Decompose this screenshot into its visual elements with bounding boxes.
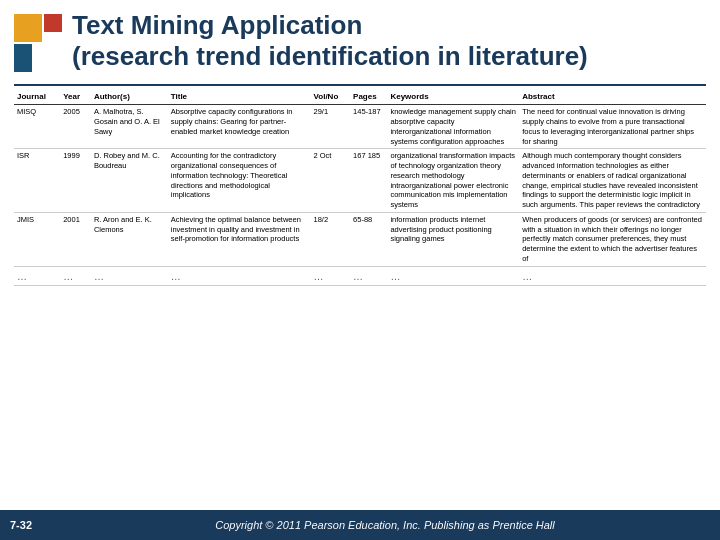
cell-authors: D. Robey and M. C. Boudreau (91, 149, 168, 213)
cell-title: Absorptive capacity configurations in su… (168, 105, 311, 149)
footer-copyright: Copyright © 2011 Pearson Education, Inc.… (50, 519, 720, 531)
col-header-pages: Pages (350, 90, 387, 105)
ellipsis-cell: … (14, 266, 60, 285)
cell-title: Accounting for the contradictory organiz… (168, 149, 311, 213)
sq-red (44, 14, 62, 32)
sq-blue (14, 44, 32, 72)
footer: 7-32 Copyright © 2011 Pearson Education,… (0, 510, 720, 540)
cell-journal: JMIS (14, 212, 60, 266)
cell-volno: 18/2 (311, 212, 351, 266)
sq-orange (14, 14, 42, 42)
col-header-journal: Journal (14, 90, 60, 105)
title-line1: Text Mining Application (72, 10, 362, 40)
cell-volno: 2 Oct (311, 149, 351, 213)
cell-authors: R. Aron and E. K. Clemons (91, 212, 168, 266)
ellipsis-row: …………………… (14, 266, 706, 285)
col-header-abstract: Abstract (519, 90, 706, 105)
cell-journal: ISR (14, 149, 60, 213)
cell-authors: A. Malhotra, S. Gosain and O. A. El Sawy (91, 105, 168, 149)
accent-squares (14, 14, 66, 66)
ellipsis-cell: … (350, 266, 387, 285)
cell-year: 2001 (60, 212, 91, 266)
cell-keywords: knowledge management supply chain absorp… (387, 105, 519, 149)
table-row: MISQ2005A. Malhotra, S. Gosain and O. A.… (14, 105, 706, 149)
cell-pages: 145-187 (350, 105, 387, 149)
title-line2: (research trend identification in litera… (72, 41, 588, 71)
col-header-vol: Vol/No (311, 90, 351, 105)
col-header-title: Title (168, 90, 311, 105)
footer-page: 7-32 (0, 519, 50, 531)
header-divider (14, 84, 706, 86)
cell-journal: MISQ (14, 105, 60, 149)
cell-pages: 167 185 (350, 149, 387, 213)
cell-volno: 29/1 (311, 105, 351, 149)
ellipsis-cell: … (311, 266, 351, 285)
ellipsis-cell: … (60, 266, 91, 285)
cell-year: 2005 (60, 105, 91, 149)
table-row: ISR1999D. Robey and M. C. BoudreauAccoun… (14, 149, 706, 213)
col-header-keywords: Keywords (387, 90, 519, 105)
cell-title: Achieving the optimal balance between in… (168, 212, 311, 266)
cell-pages: 65-88 (350, 212, 387, 266)
ellipsis-cell: … (91, 266, 168, 285)
cell-abstract: The need for continual value innovation … (519, 105, 706, 149)
col-header-authors: Author(s) (91, 90, 168, 105)
cell-keywords: information products internet advertisin… (387, 212, 519, 266)
col-header-year: Year (60, 90, 91, 105)
table-container: Journal Year Author(s) Title Vol/No Page… (14, 90, 706, 506)
page-title: Text Mining Application (research trend … (72, 10, 710, 72)
cell-keywords: organizational transformation impacts of… (387, 149, 519, 213)
ellipsis-cell: … (168, 266, 311, 285)
ellipsis-cell: … (387, 266, 519, 285)
cell-abstract: Although much contemporary thought consi… (519, 149, 706, 213)
cell-year: 1999 (60, 149, 91, 213)
cell-abstract: When producers of goods (or services) ar… (519, 212, 706, 266)
data-table: Journal Year Author(s) Title Vol/No Page… (14, 90, 706, 286)
table-row: JMIS2001R. Aron and E. K. ClemonsAchievi… (14, 212, 706, 266)
ellipsis-cell: … (519, 266, 706, 285)
